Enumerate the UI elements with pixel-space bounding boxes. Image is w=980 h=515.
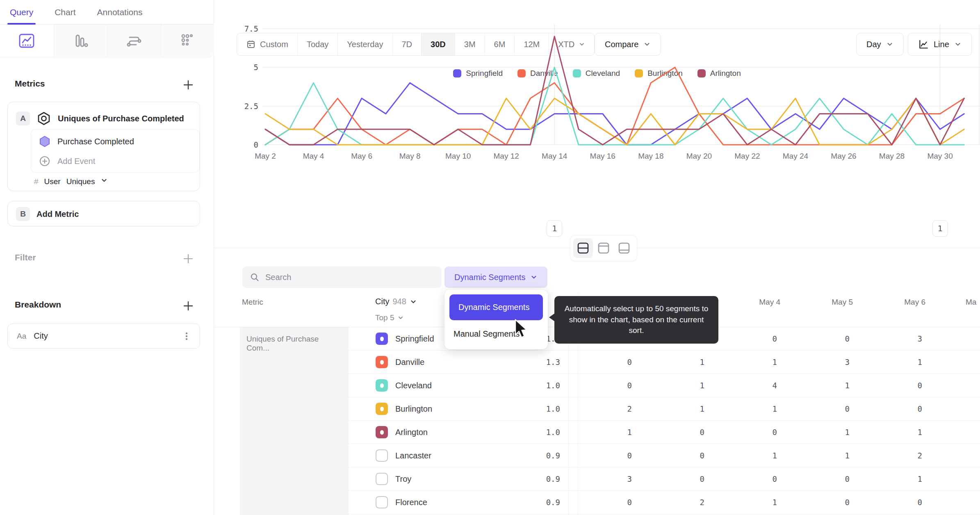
measure-type: User	[44, 177, 61, 186]
segment-name[interactable]: Cleveland	[395, 381, 432, 390]
segment-value: 1	[713, 404, 786, 413]
segment-average: 1.0	[496, 404, 568, 413]
date-column-header: May 5	[786, 298, 859, 307]
segment-checkbox-checked[interactable]	[376, 379, 388, 392]
segment-name[interactable]: Troy	[395, 474, 411, 484]
metric-a-card: A Uniques of Purchase Completed Purchase…	[7, 102, 200, 191]
bottom-panel-button[interactable]	[614, 238, 634, 258]
table-row: Florence0.902100	[349, 491, 980, 514]
segment-checkbox-checked[interactable]	[376, 426, 388, 438]
segment-value: 0	[568, 498, 641, 507]
checkbox-dot	[380, 430, 384, 435]
add-event-row[interactable]: Add Event	[39, 155, 95, 167]
segment-value: 1	[786, 451, 859, 460]
segment-value: 1	[568, 428, 641, 437]
svg-text:7.5: 7.5	[244, 24, 258, 33]
segments-mode-button[interactable]: Dynamic Segments	[444, 267, 547, 288]
svg-text:May 14: May 14	[542, 152, 567, 160]
segment-value: 2	[641, 498, 713, 507]
segment-checkbox-checked[interactable]	[376, 333, 388, 345]
table-row: Cleveland1.001410	[349, 374, 980, 397]
annotation-badge[interactable]: 1	[547, 220, 562, 237]
segment-name[interactable]: Burlington	[395, 404, 432, 414]
segment-name[interactable]: Arlington	[395, 428, 428, 437]
segment-values: 30001	[568, 474, 931, 483]
tab-annotations[interactable]: Annotations	[97, 0, 143, 25]
add-breakdown-plus-icon[interactable]	[181, 299, 195, 313]
menu-item-dynamic-segments[interactable]: Dynamic Segments	[449, 294, 543, 320]
segment-checkbox-unchecked[interactable]	[376, 496, 388, 508]
search-input[interactable]	[265, 273, 421, 282]
add-filter-plus-icon[interactable]	[181, 252, 195, 266]
segment-value: 0	[786, 404, 859, 413]
segment-checkbox-checked[interactable]	[376, 403, 388, 415]
metric-a-title[interactable]: Uniques of Purchase Completed	[58, 114, 184, 123]
tab-chart[interactable]: Chart	[55, 0, 75, 25]
segment-values: 01131	[568, 358, 931, 367]
segment-checkbox-unchecked[interactable]	[376, 449, 388, 462]
chart-type-flow-icon[interactable]	[107, 25, 161, 57]
segment-value: 0	[641, 451, 713, 460]
segment-value: 0	[786, 334, 859, 343]
chart-type-line-chart-icon[interactable]	[0, 25, 54, 57]
table-row: Lancaster0.900112	[349, 444, 980, 467]
segment-value: 0	[568, 451, 641, 460]
measure-selector[interactable]: # User Uniques	[34, 177, 108, 186]
add-event-label: Add Event	[57, 157, 95, 166]
svg-text:May 26: May 26	[831, 152, 856, 160]
city-column-header[interactable]: City 948	[375, 297, 417, 306]
segment-value: 0	[713, 474, 786, 483]
segment-name[interactable]: Lancaster	[395, 451, 431, 460]
svg-text:May 20: May 20	[686, 152, 712, 160]
truncated-date-header: Ma	[966, 298, 976, 307]
plus-circle-icon	[39, 155, 51, 167]
breakdown-city-card[interactable]: Aa City	[7, 324, 200, 349]
top-panel-button[interactable]	[594, 238, 613, 258]
segment-value: 0	[568, 381, 641, 390]
city-count: 948	[392, 297, 406, 306]
segments-tooltip: Automatically select up to 50 segments t…	[554, 296, 718, 344]
add-metric-plus-icon[interactable]	[181, 78, 195, 92]
segment-value: 4	[713, 381, 786, 390]
segment-value: 1	[786, 381, 859, 390]
segment-value: 0	[859, 381, 931, 390]
split-view-button[interactable]	[573, 238, 593, 258]
svg-text:May 8: May 8	[399, 152, 421, 160]
header-tabs: QueryChartAnnotations	[0, 0, 214, 25]
hash-icon: #	[34, 177, 39, 186]
svg-text:May 4: May 4	[303, 152, 324, 160]
segment-name[interactable]: Springfield	[395, 334, 434, 344]
line-chart[interactable]: 02.557.5May 2May 4May 6May 8May 10May 12…	[214, 0, 980, 172]
measure-value: Uniques	[66, 177, 95, 186]
metric-merged-cell: Uniques of Purchase Com...	[240, 327, 349, 515]
segment-average: 1.3	[496, 358, 568, 367]
segment-name[interactable]: Florence	[395, 498, 427, 507]
segment-value: 3	[568, 474, 641, 483]
chart-type-scatter-icon[interactable]	[161, 25, 214, 57]
top-filter-selector[interactable]: Top 5	[375, 313, 404, 322]
segment-values: 10011	[568, 428, 931, 437]
segment-value: 0	[713, 428, 786, 437]
chart-type-bar-chart-icon[interactable]	[54, 25, 107, 57]
segment-checkbox-unchecked[interactable]	[376, 473, 388, 485]
segment-average: 0.9	[496, 498, 568, 507]
segment-name[interactable]: Danville	[395, 358, 424, 367]
kebab-menu-icon[interactable]	[182, 331, 191, 341]
segment-value: 1	[641, 381, 713, 390]
segment-checkbox-checked[interactable]	[376, 356, 388, 368]
event-row[interactable]: Purchase Completed	[39, 135, 134, 148]
svg-text:May 22: May 22	[734, 152, 760, 160]
segment-values: 21100	[568, 404, 931, 413]
table-row: Troy0.930001	[349, 467, 980, 491]
chevron-down-icon	[100, 177, 108, 186]
metric-b-badge: B	[16, 207, 30, 221]
metric-a-badge: A	[16, 112, 30, 125]
annotation-badge[interactable]: 1	[932, 220, 948, 237]
tab-query[interactable]: Query	[10, 0, 33, 25]
checkbox-dot	[380, 407, 384, 411]
segment-value: 0	[713, 334, 786, 343]
metric-b-card[interactable]: B Add Metric	[7, 201, 200, 226]
segment-value: 1	[641, 358, 713, 367]
svg-text:May 2: May 2	[255, 152, 276, 160]
segment-value: 1	[641, 404, 713, 413]
